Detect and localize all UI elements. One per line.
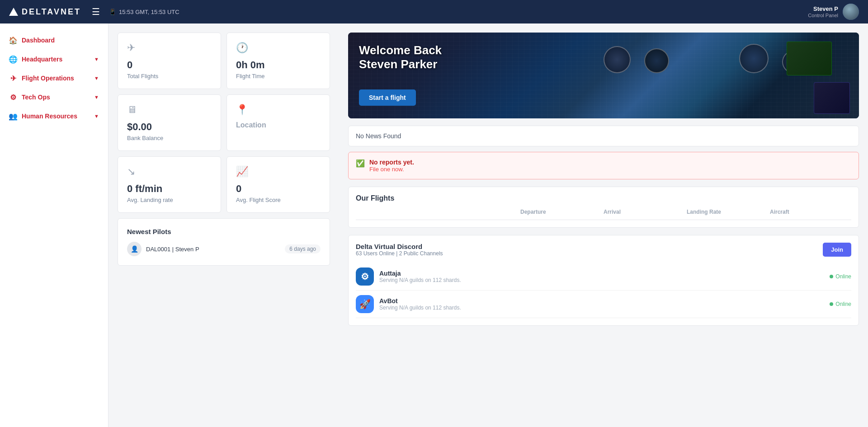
flight-time-value: 0h 0m	[236, 59, 321, 71]
discord-bot-row-auttaja: ⚙ Auttaja Serving N/A guilds on 112 shar…	[356, 263, 851, 291]
discord-header: Delta Virtual Discord 63 Users Online | …	[356, 243, 851, 257]
app-header: DELTAvNET ☰ 📱 15:53 GMT, 15:53 UTC Steve…	[0, 0, 868, 23]
no-news-text: No News Found	[356, 132, 401, 140]
score-icon: 📈	[236, 166, 321, 178]
instrument-gauge-1	[604, 46, 631, 73]
money-icon: 🖥	[127, 104, 212, 116]
sidebar-item-headquarters[interactable]: 🌐 Headquarters ▼	[0, 50, 108, 69]
reports-sub[interactable]: File one now.	[369, 166, 851, 173]
col-empty	[358, 209, 517, 215]
our-flights-title: Our Flights	[356, 194, 851, 202]
avbot-icon: 🚀	[359, 299, 371, 310]
no-news-section: No News Found	[348, 126, 859, 146]
start-flight-button[interactable]: Start a flight	[359, 89, 416, 106]
reports-alert: ✅ No reports yet. File one now.	[348, 152, 859, 179]
flight-time-label: Flight Time	[236, 73, 321, 80]
auttaja-status: Online	[830, 273, 851, 280]
stat-card-flight-time: 🕐 0h 0m Flight Time	[226, 33, 330, 89]
discord-meta: 63 Users Online | 2 Public Channels	[356, 250, 443, 257]
alert-text: No reports yet. File one now.	[369, 159, 851, 173]
newest-pilots-title: Newest Pilots	[127, 228, 321, 235]
alert-icon: ✅	[356, 159, 365, 168]
discord-title: Delta Virtual Discord	[356, 243, 443, 250]
auttaja-info: Auttaja Serving N/A guilds on 112 shards…	[379, 270, 824, 283]
auttaja-status-text: Online	[835, 273, 851, 280]
avg-score-value: 0	[236, 183, 321, 195]
col-landing-rate: Landing Rate	[687, 209, 766, 215]
stats-grid: ✈ 0 Total Flights 🕐 0h 0m Flight Time 🖥 …	[118, 33, 330, 213]
sidebar-item-dashboard[interactable]: 🏠 Dashboard	[0, 31, 108, 50]
pilot-name: DAL0001 | Steven P	[146, 246, 280, 253]
menu-icon[interactable]: ☰	[92, 6, 100, 17]
avbot-info: AvBot Serving N/A guilds on 112 shards.	[379, 297, 824, 311]
stat-card-avg-score: 📈 0 Avg. Flight Score	[226, 156, 330, 213]
discord-join-button[interactable]: Join	[823, 243, 851, 257]
header-right: Steven P Control Panel	[808, 4, 859, 20]
chevron-down-icon-3: ▼	[94, 94, 99, 100]
stat-card-location: 📍 Location	[226, 94, 330, 151]
left-panel: ✈ 0 Total Flights 🕐 0h 0m Flight Time 🖥 …	[108, 23, 339, 427]
sidebar-label-dashboard: Dashboard	[22, 37, 55, 44]
header-user-info: Steven P Control Panel	[808, 5, 838, 19]
cockpit-screen-1	[787, 42, 832, 75]
avbot-name: AvBot	[379, 297, 824, 305]
sidebar-label-flight-ops: Flight Operations	[22, 75, 74, 82]
pilot-row: 👤 DAL0001 | Steven P 6 days ago	[127, 242, 321, 256]
online-dot-icon	[830, 275, 833, 278]
sidebar-item-flight-operations[interactable]: ✈ Flight Operations ▼	[0, 69, 108, 88]
logo-triangle-icon	[9, 8, 18, 16]
auttaja-icon: ⚙	[361, 271, 369, 282]
main-layout: 🏠 Dashboard 🌐 Headquarters ▼ ✈ Flight Op…	[0, 23, 868, 427]
location-icon: 📍	[236, 104, 321, 116]
welcome-text: Welcome Back Steven Parker	[359, 43, 442, 71]
total-flights-label: Total Flights	[127, 73, 212, 80]
newest-pilots-section: Newest Pilots 👤 DAL0001 | Steven P 6 day…	[118, 218, 330, 266]
avg-landing-label: Avg. Landing rate	[127, 197, 212, 203]
avg-score-label: Avg. Flight Score	[236, 197, 321, 203]
right-panel: Welcome Back Steven Parker Start a fligh…	[339, 23, 868, 427]
header-time: 📱 15:53 GMT, 15:53 UTC	[109, 9, 179, 15]
pilot-time: 6 days ago	[285, 244, 321, 253]
pilot-avatar: 👤	[127, 242, 142, 256]
stat-card-avg-landing: ↘ 0 ft/min Avg. Landing rate	[118, 156, 221, 213]
flights-table-header: Departure Arrival Landing Rate Aircraft	[356, 209, 851, 220]
tech-ops-icon: ⚙	[9, 93, 17, 101]
user-role: Control Panel	[808, 13, 838, 18]
auttaja-name: Auttaja	[379, 270, 824, 277]
logo-text: DELTAvNET	[22, 7, 81, 17]
col-departure: Departure	[520, 209, 600, 215]
discord-title-area: Delta Virtual Discord 63 Users Online | …	[356, 243, 443, 257]
auttaja-avatar: ⚙	[356, 267, 374, 286]
app-logo: DELTAvNET	[9, 7, 81, 17]
welcome-heading: Welcome Back Steven Parker	[359, 43, 442, 71]
avbot-avatar: 🚀	[356, 295, 374, 313]
sidebar-label-hr: Human Resources	[22, 113, 77, 120]
user-icon: 👤	[131, 245, 138, 253]
stat-card-total-flights: ✈ 0 Total Flights	[118, 33, 221, 89]
bank-balance-value: $0.00	[127, 121, 212, 133]
instrument-gauge-3	[739, 44, 769, 73]
clock-icon: 🕐	[236, 42, 321, 54]
col-aircraft: Aircraft	[770, 209, 849, 215]
reports-main: No reports yet.	[369, 159, 851, 166]
hr-icon: 👥	[9, 112, 17, 120]
col-arrival: Arrival	[604, 209, 683, 215]
bank-balance-label: Bank Balance	[127, 135, 212, 141]
sidebar-item-tech-ops[interactable]: ⚙ Tech Ops ▼	[0, 88, 108, 107]
avatar[interactable]	[843, 4, 859, 20]
landing-icon: ↘	[127, 166, 212, 178]
discord-section: Delta Virtual Discord 63 Users Online | …	[348, 235, 859, 326]
cockpit-screen-2	[814, 82, 850, 114]
avg-landing-value: 0 ft/min	[127, 183, 212, 195]
sidebar-label-tech-ops: Tech Ops	[22, 94, 50, 101]
phone-icon: 📱	[109, 9, 116, 15]
sidebar-item-human-resources[interactable]: 👥 Human Resources ▼	[0, 107, 108, 126]
sidebar: 🏠 Dashboard 🌐 Headquarters ▼ ✈ Flight Op…	[0, 23, 108, 427]
total-flights-value: 0	[127, 59, 212, 71]
chevron-down-icon: ▼	[94, 56, 99, 62]
chevron-down-icon-4: ▼	[94, 113, 99, 119]
content-area: ✈ 0 Total Flights 🕐 0h 0m Flight Time 🖥 …	[108, 23, 868, 427]
online-dot-icon-2	[830, 302, 833, 306]
stat-card-bank-balance: 🖥 $0.00 Bank Balance	[118, 94, 221, 151]
dashboard-icon: 🏠	[9, 36, 17, 44]
